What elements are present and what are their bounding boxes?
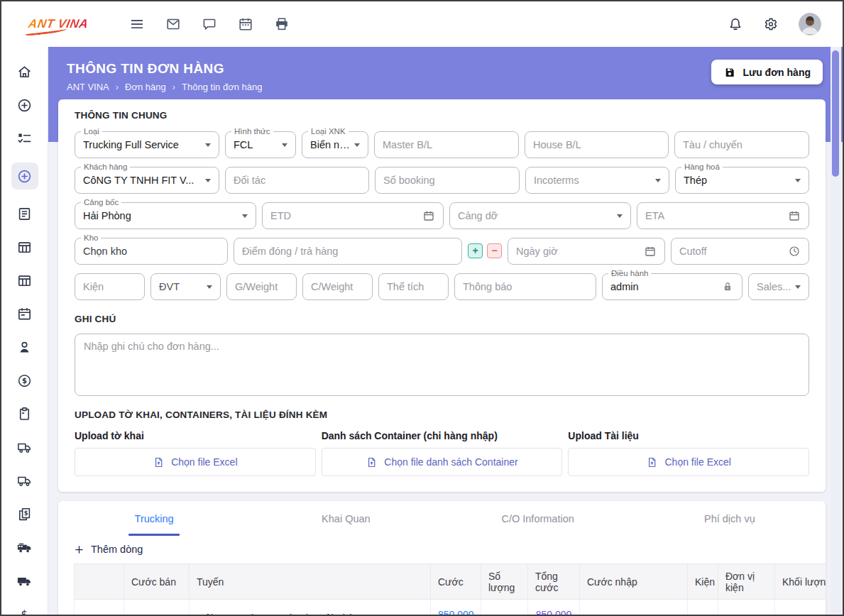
tab-khai-quan[interactable]: Khai Quan	[250, 501, 442, 536]
tong-cuoc-value: 850.000 ₫	[528, 600, 580, 615]
document-icon[interactable]	[11, 204, 38, 223]
field-so-booking[interactable]	[375, 167, 520, 194]
kien-row-input[interactable]	[695, 612, 718, 615]
cutoff-input[interactable]	[679, 246, 784, 257]
upload-section-title: UPLOAD TỜ KHAI, CONTAINERS, TÀI LIỆU ĐÍN…	[75, 409, 809, 420]
truck-solid-icon-2[interactable]	[11, 571, 38, 590]
calendar-icon[interactable]	[644, 245, 657, 258]
field-incoterms-select[interactable]: Incoterms	[525, 167, 669, 194]
col-actions	[75, 564, 124, 600]
dollar-icon[interactable]: $	[11, 605, 38, 616]
tab-co-information[interactable]: C/O Information	[442, 501, 634, 536]
table-icon[interactable]	[11, 238, 38, 256]
field-cang-boc-select[interactable]: Cảng bốc Hải Phòng	[75, 202, 256, 229]
add-row-button[interactable]: Thêm dòng	[58, 536, 143, 563]
calendar-icon[interactable]	[422, 209, 435, 222]
the-tich-input[interactable]	[387, 281, 440, 292]
scrollbar-thumb[interactable]	[832, 50, 839, 177]
home-icon[interactable]	[11, 62, 38, 81]
field-cutoff-time[interactable]	[671, 238, 809, 265]
ngay-gio-input[interactable]	[516, 246, 640, 257]
so-luong-input[interactable]	[490, 612, 520, 615]
cuoc-ban-select[interactable]: 1.25 Tấn	[131, 611, 182, 615]
add-order-icon[interactable]	[11, 163, 38, 189]
calendar-icon[interactable]	[788, 209, 801, 222]
field-c-weight[interactable]	[302, 273, 373, 300]
field-tau-chuyen[interactable]	[674, 131, 809, 158]
field-kho-select[interactable]: Kho Chọn kho	[75, 238, 228, 265]
field-master-bl[interactable]	[374, 131, 519, 158]
upload-container-button[interactable]: Chọn file danh sách Container	[322, 448, 563, 476]
truck-solid-icon[interactable]	[11, 538, 38, 556]
tuyen-select[interactable]: Hải Dương (KCN Đại An) - Hải Phòng	[197, 611, 423, 615]
remove-location-button[interactable]: −	[487, 243, 502, 258]
thong-bao-input[interactable]	[463, 281, 588, 292]
field-eta-date[interactable]	[637, 202, 809, 229]
field-ngay-gio-date[interactable]	[508, 238, 665, 265]
clock-icon[interactable]	[788, 245, 801, 258]
breadcrumb-orders[interactable]: Đơn hàng	[125, 82, 166, 92]
calendar-icon[interactable]	[238, 16, 253, 32]
field-the-tich[interactable]	[378, 273, 449, 300]
khoi-luong-input[interactable]	[782, 612, 826, 615]
truck-icon[interactable]	[11, 438, 38, 456]
tab-phi-dich-vu[interactable]: Phí dịch vụ	[634, 501, 826, 536]
add-location-button[interactable]: +	[468, 243, 483, 258]
etd-input[interactable]	[270, 210, 418, 221]
diem-dong-input[interactable]	[242, 246, 454, 257]
truck-icon-2[interactable]	[11, 471, 38, 490]
clipboard-icon[interactable]	[11, 405, 38, 423]
field-dvt-select[interactable]: ĐVT	[150, 273, 221, 300]
field-hinh-thuc-select[interactable]: Hình thức FCL	[225, 131, 296, 158]
tau-chuyen-input[interactable]	[683, 139, 801, 150]
brand-logo[interactable]: ANT VINA	[28, 17, 88, 31]
breadcrumb-home[interactable]: ANT VINA	[67, 82, 109, 92]
checklist-icon[interactable]	[11, 129, 38, 148]
field-etd-date[interactable]	[262, 202, 444, 229]
breadcrumb: ANT VINA › Đơn hàng › Thông tin đơn hàng	[67, 82, 262, 92]
so-booking-input[interactable]	[383, 175, 511, 186]
kien-input[interactable]	[83, 281, 136, 292]
field-house-bl[interactable]	[525, 131, 669, 158]
mail-icon[interactable]	[165, 16, 181, 32]
customer-icon[interactable]	[11, 338, 38, 356]
field-doi-tac[interactable]	[225, 167, 369, 194]
upload-button-label: Chọn file Excel	[664, 456, 730, 468]
field-kien[interactable]	[75, 273, 145, 300]
settings-gear-icon[interactable]	[763, 16, 779, 32]
field-g-weight[interactable]	[226, 273, 297, 300]
notes-field[interactable]	[75, 334, 809, 396]
g-weight-input[interactable]	[235, 281, 288, 292]
field-cang-do-select[interactable]: Cảng dỡ	[449, 202, 631, 229]
upload-tai-lieu-button[interactable]: Chọn file Excel	[568, 448, 809, 476]
money-circle-icon[interactable]: $	[11, 371, 38, 390]
invoice-icon[interactable]: $	[11, 505, 38, 523]
tab-trucking[interactable]: Trucking	[58, 501, 250, 536]
upload-grid: Upload tờ khai Chọn file Excel Danh sách…	[75, 424, 809, 476]
vertical-scrollbar[interactable]	[831, 47, 841, 613]
master-bl-input[interactable]	[383, 139, 510, 150]
field-loai-select[interactable]: Loại Trucking Full Service	[75, 131, 219, 158]
field-sales-select[interactable]: Sales...	[748, 273, 809, 300]
eta-input[interactable]	[645, 210, 784, 221]
field-loai-xnk-select[interactable]: Loại XNK Biển nhập	[302, 131, 368, 158]
field-khach-hang-select[interactable]: Khách hàng CôNG TY TNHH FIT V...	[75, 167, 219, 194]
save-order-button[interactable]: Lưu đơn hàng	[711, 60, 823, 84]
c-weight-input[interactable]	[311, 281, 364, 292]
add-circle-icon[interactable]	[11, 96, 38, 114]
field-thong-bao[interactable]	[454, 273, 596, 300]
notes-textarea[interactable]	[84, 341, 800, 389]
table-icon-2[interactable]	[11, 271, 38, 290]
printer-icon[interactable]	[274, 16, 290, 32]
field-hang-hoa-select[interactable]: Hàng hoá Thép	[675, 167, 809, 194]
duplicate-row-button[interactable]	[87, 608, 111, 615]
house-bl-input[interactable]	[533, 139, 660, 150]
calendar-edit-icon[interactable]	[11, 304, 38, 323]
chat-icon[interactable]	[202, 16, 217, 32]
notifications-bell-icon[interactable]	[728, 16, 743, 32]
user-avatar[interactable]	[799, 13, 821, 35]
doi-tac-input[interactable]	[234, 175, 361, 186]
field-diem-dong[interactable]	[234, 238, 462, 265]
upload-to-khai-button[interactable]: Chọn file Excel	[75, 448, 316, 476]
hamburger-menu-icon[interactable]	[129, 16, 145, 32]
